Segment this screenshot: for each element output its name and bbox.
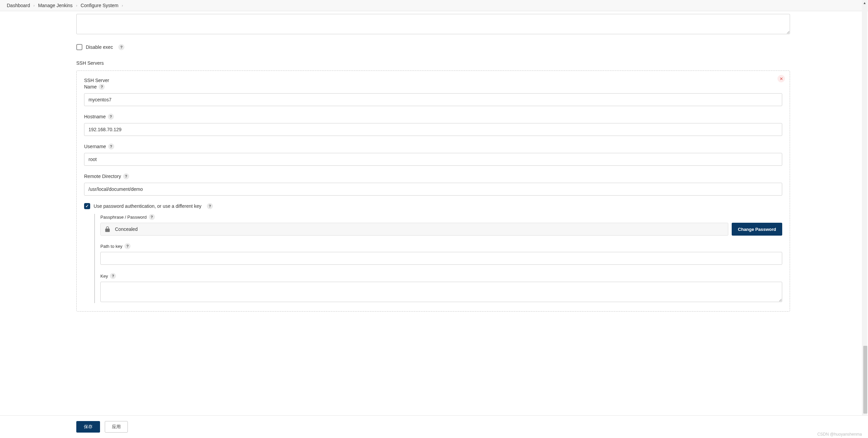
remove-server-button[interactable]: ✕ [777,75,785,82]
passphrase-concealed-text: Concealed [115,226,138,232]
help-icon[interactable]: ? [149,214,155,220]
breadcrumb-configure-system[interactable]: Configure System [81,3,118,8]
path-to-key-input[interactable] [100,252,782,265]
key-textarea[interactable] [100,282,782,302]
previous-textarea[interactable] [76,14,790,34]
use-password-auth-checkbox[interactable] [84,203,90,209]
help-icon[interactable]: ? [207,203,213,209]
hostname-input[interactable] [84,123,782,136]
passphrase-concealed-field: Concealed [100,223,728,236]
path-to-key-label: Path to key [100,244,122,249]
name-label: Name [84,84,97,89]
footer-bar: 保存 应用 [0,415,868,438]
use-password-auth-label: Use password authentication, or use a di… [94,203,201,209]
change-password-button[interactable]: Change Password [732,223,782,236]
scrollbar-thumb[interactable] [863,346,867,414]
chevron-right-icon: › [122,3,123,7]
name-input[interactable] [84,93,782,106]
hostname-label: Hostname [84,114,106,119]
apply-button[interactable]: 应用 [105,421,128,433]
help-icon[interactable]: ? [123,173,129,179]
chevron-right-icon: › [34,3,35,7]
help-icon[interactable]: ? [108,143,114,150]
breadcrumb-manage-jenkins[interactable]: Manage Jenkins [38,3,73,8]
disable-exec-label: Disable exec [86,44,113,50]
breadcrumb: Dashboard › Manage Jenkins › Configure S… [0,0,868,11]
lock-icon [104,226,111,233]
ssh-server-title: SSH Server [84,78,782,83]
remote-directory-label: Remote Directory [84,174,121,179]
close-icon: ✕ [780,76,783,81]
disable-exec-checkbox[interactable] [76,44,82,50]
watermark-text: CSDN @huoyanshenma [817,432,862,437]
help-icon[interactable]: ? [118,44,124,50]
help-icon[interactable]: ? [124,243,131,249]
help-icon[interactable]: ? [99,84,105,90]
breadcrumb-dashboard[interactable]: Dashboard [7,3,30,8]
help-icon[interactable]: ? [108,114,114,120]
ssh-servers-heading: SSH Servers [76,60,854,66]
username-label: Username [84,144,106,149]
username-input[interactable] [84,153,782,166]
key-label: Key [100,274,108,279]
passphrase-label: Passphrase / Password [100,215,147,220]
save-button[interactable]: 保存 [76,421,100,433]
remote-directory-input[interactable] [84,183,782,196]
scrollbar-up-arrow-icon[interactable]: ▲ [862,0,867,5]
help-icon[interactable]: ? [110,273,116,279]
ssh-server-panel: ✕ SSH Server Name ? Hostname ? Username … [76,71,790,312]
chevron-right-icon: › [76,3,77,7]
